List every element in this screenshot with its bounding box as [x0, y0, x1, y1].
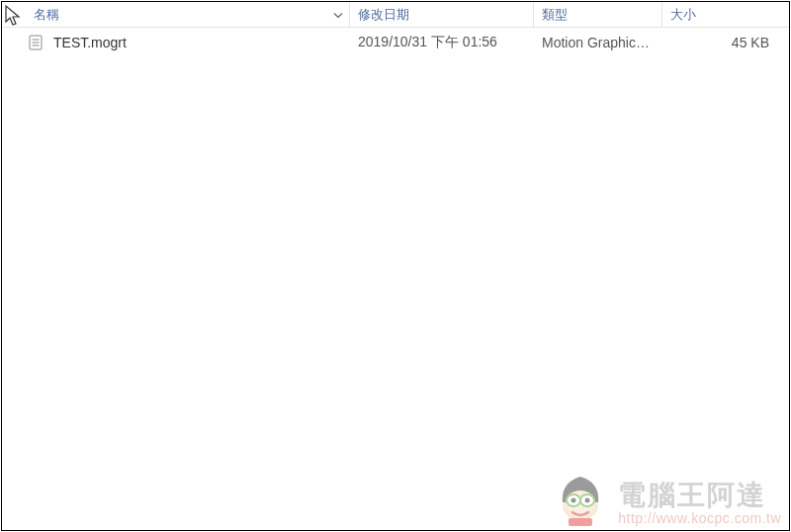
file-name-label: TEST.mogrt: [53, 35, 127, 50]
watermark-cartoon-icon: [549, 463, 612, 526]
file-size-cell: 45 KB: [662, 35, 789, 50]
svg-rect-10: [569, 518, 592, 526]
watermark-url: http://www.kocpc.com.tw: [618, 511, 781, 526]
file-type-cell: Motion Graphics ...: [534, 35, 662, 50]
column-header-type-label: 類型: [542, 6, 568, 24]
chevron-down-icon[interactable]: [333, 9, 343, 20]
cursor-icon: [4, 4, 22, 31]
column-header-row: 名稱 修改日期 類型 大小: [2, 2, 789, 28]
column-header-date[interactable]: 修改日期: [350, 2, 534, 27]
column-header-name-label: 名稱: [34, 6, 59, 24]
watermark-title: 電腦王阿達: [618, 481, 766, 511]
column-header-size[interactable]: 大小: [662, 2, 789, 27]
column-header-size-label: 大小: [670, 6, 696, 24]
column-header-date-label: 修改日期: [358, 6, 409, 24]
file-name-cell: TEST.mogrt: [2, 35, 350, 50]
file-row[interactable]: TEST.mogrt 2019/10/31 下午 01:56 Motion Gr…: [2, 28, 789, 57]
svg-point-9: [585, 498, 590, 503]
file-date-cell: 2019/10/31 下午 01:56: [350, 34, 534, 51]
watermark: 電腦王阿達 http://www.kocpc.com.tw: [549, 463, 781, 526]
file-icon: [28, 35, 44, 50]
column-header-type[interactable]: 類型: [534, 2, 662, 27]
column-header-name[interactable]: 名稱: [2, 2, 350, 27]
svg-point-8: [571, 498, 576, 503]
